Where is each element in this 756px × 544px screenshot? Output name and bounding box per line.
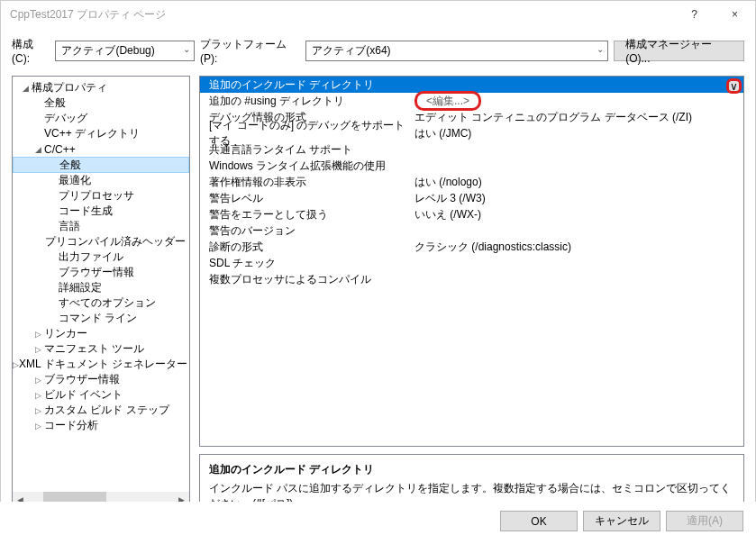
ok-button[interactable]: OK bbox=[500, 511, 578, 531]
tree-item-label: 最適化 bbox=[59, 173, 91, 188]
grid-row[interactable]: 追加の #using ディレクトリ<編集...> bbox=[200, 93, 743, 109]
tree-item-label: カスタム ビルド ステップ bbox=[44, 403, 169, 418]
tree-root[interactable]: ◢構成プロパティ bbox=[13, 80, 189, 95]
grid-row[interactable]: 警告レベルレベル 3 (/W3) bbox=[200, 190, 743, 206]
tree-item[interactable]: すべてのオプション bbox=[13, 295, 189, 311]
tree-item[interactable]: 言語 bbox=[13, 219, 189, 234]
tree-item-label: ブラウザー情報 bbox=[59, 265, 134, 280]
expander-icon: ▷ bbox=[13, 360, 19, 369]
property-name: 追加の #using ディレクトリ bbox=[200, 94, 409, 109]
platform-combo[interactable]: アクティブ(x64) ⌄ bbox=[305, 41, 608, 61]
config-value: アクティブ(Debug) bbox=[61, 43, 154, 59]
tree-item-label: XML ドキュメント ジェネレーター bbox=[19, 357, 187, 372]
tree-item[interactable]: コード生成 bbox=[13, 204, 189, 219]
tree-item[interactable]: プリプロセッサ bbox=[13, 188, 189, 204]
property-value[interactable]: クラシック (/diagnostics:classic) bbox=[409, 240, 743, 255]
chevron-down-icon: ⌄ bbox=[597, 44, 604, 54]
expander-icon: ▷ bbox=[32, 406, 44, 415]
tree-item-label: コマンド ライン bbox=[59, 311, 137, 326]
config-label: 構成(C): bbox=[12, 37, 50, 65]
tree-item[interactable]: プリコンパイル済みヘッダー bbox=[13, 234, 189, 249]
config-combo[interactable]: アクティブ(Debug) ⌄ bbox=[55, 41, 195, 61]
property-name: 警告レベル bbox=[200, 191, 409, 206]
tree-item-label: リンカー bbox=[44, 326, 87, 341]
chevron-down-icon: ⌄ bbox=[183, 44, 190, 54]
tree-item-label: ブラウザー情報 bbox=[44, 372, 120, 387]
tree-item-label: 出力ファイル bbox=[59, 249, 123, 265]
property-name: 複数プロセッサによるコンパイル bbox=[200, 272, 409, 287]
tree-item[interactable]: 詳細設定 bbox=[13, 280, 189, 295]
config-manager-button[interactable]: 構成マネージャー(O)... bbox=[614, 41, 744, 61]
cancel-button[interactable]: キャンセル bbox=[583, 511, 660, 531]
grid-row[interactable]: [マイ コードのみ] のデバッグをサポートするはい (/JMC) bbox=[200, 125, 743, 141]
tree-item-label: コード分析 bbox=[44, 418, 98, 433]
expander-icon: ▷ bbox=[32, 345, 44, 354]
tree-item-label: C/C++ bbox=[44, 143, 76, 156]
expander-icon: ◢ bbox=[20, 84, 32, 93]
property-value[interactable]: エディット コンティニュのプログラム データベース (/ZI) bbox=[409, 110, 743, 125]
tree-item[interactable]: 全般 bbox=[13, 95, 189, 111]
close-button[interactable]: × bbox=[715, 1, 755, 28]
property-value[interactable]: レベル 3 (/W3) bbox=[409, 191, 743, 206]
tree-item[interactable]: ▷リンカー bbox=[13, 326, 189, 341]
window-title: CppTest2017 プロパティ ページ bbox=[10, 7, 674, 23]
property-name: Windows ランタイム拡張機能の使用 bbox=[200, 159, 409, 174]
expander-icon: ▷ bbox=[32, 376, 44, 385]
help-button[interactable]: ? bbox=[674, 1, 715, 28]
tree-item-label: VC++ ディレクトリ bbox=[44, 126, 140, 141]
tree-item[interactable]: 出力ファイル bbox=[13, 249, 189, 265]
grid-row[interactable]: SDL チェック bbox=[200, 255, 743, 271]
tree-item[interactable]: ブラウザー情報 bbox=[13, 265, 189, 280]
tree-item-label: プリプロセッサ bbox=[59, 188, 134, 204]
tree-item[interactable]: 最適化 bbox=[13, 173, 189, 188]
description-title: 追加のインクルード ディレクトリ bbox=[209, 462, 734, 477]
dialog-footer: OK キャンセル 適用(A) bbox=[0, 502, 756, 544]
property-name: 共通言語ランタイム サポート bbox=[200, 142, 409, 158]
tree-item[interactable]: ▷マニフェスト ツール bbox=[13, 341, 189, 357]
tree[interactable]: ◢構成プロパティ全般デバッグVC++ ディレクトリ◢C/C++全般最適化プリプロ… bbox=[13, 77, 189, 492]
description-panel: 追加のインクルード ディレクトリ インクルード パスに追加するディレクトリを指定… bbox=[199, 454, 744, 508]
edit-option[interactable]: <編集...> bbox=[414, 91, 481, 111]
tree-item-label: マニフェスト ツール bbox=[44, 341, 144, 357]
property-value[interactable]: はい (/nologo) bbox=[409, 175, 743, 190]
property-name: 追加のインクルード ディレクトリ bbox=[200, 77, 409, 93]
platform-value: アクティブ(x64) bbox=[312, 43, 390, 59]
config-toolbar: 構成(C): アクティブ(Debug) ⌄ プラットフォーム(P): アクティブ… bbox=[1, 28, 755, 76]
grid-row[interactable]: Windows ランタイム拡張機能の使用 bbox=[200, 158, 743, 174]
tree-item[interactable]: VC++ ディレクトリ bbox=[13, 126, 189, 141]
tree-item[interactable]: ▷カスタム ビルド ステップ bbox=[13, 403, 189, 418]
tree-item[interactable]: コマンド ライン bbox=[13, 311, 189, 326]
grid-row[interactable]: 著作権情報の非表示はい (/nologo) bbox=[200, 174, 743, 190]
grid-row[interactable]: 診断の形式クラシック (/diagnostics:classic) bbox=[200, 239, 743, 255]
tree-item[interactable]: ◢C/C++ bbox=[13, 141, 189, 157]
property-grid: 追加のインクルード ディレクトリ追加の #using ディレクトリ<編集...>… bbox=[199, 76, 744, 447]
dropdown-button[interactable]: ∨ bbox=[726, 78, 742, 94]
platform-label: プラットフォーム(P): bbox=[200, 37, 300, 65]
property-value[interactable]: <編集...> bbox=[409, 91, 743, 111]
grid-row[interactable]: 警告のバージョン bbox=[200, 222, 743, 239]
titlebar: CppTest2017 プロパティ ページ ? × bbox=[1, 1, 755, 28]
property-value[interactable]: いいえ (/WX-) bbox=[409, 207, 743, 222]
tree-item[interactable]: ▷コード分析 bbox=[13, 418, 189, 433]
apply-button[interactable]: 適用(A) bbox=[666, 511, 743, 531]
tree-item-label: 構成プロパティ bbox=[32, 80, 107, 95]
expander-icon: ▷ bbox=[32, 330, 44, 339]
grid-row[interactable]: 複数プロセッサによるコンパイル bbox=[200, 271, 743, 287]
tree-item[interactable]: ▷ビルド イベント bbox=[13, 387, 189, 403]
expander-icon: ◢ bbox=[32, 145, 44, 154]
property-value[interactable]: はい (/JMC) bbox=[409, 126, 743, 141]
chevron-down-icon: ∨ bbox=[730, 80, 738, 93]
grid-row[interactable]: 共通言語ランタイム サポート bbox=[200, 141, 743, 158]
grid-row[interactable]: 警告をエラーとして扱ういいえ (/WX-) bbox=[200, 206, 743, 222]
tree-item[interactable]: デバッグ bbox=[13, 111, 189, 126]
tree-item-label: デバッグ bbox=[44, 111, 87, 126]
property-name: 著作権情報の非表示 bbox=[200, 175, 409, 190]
tree-item-label: 全般 bbox=[44, 95, 66, 111]
tree-item-label: コード生成 bbox=[59, 204, 113, 219]
tree-item[interactable]: ▷XML ドキュメント ジェネレーター bbox=[13, 357, 189, 372]
tree-item[interactable]: 全般 bbox=[13, 157, 189, 173]
expander-icon: ▷ bbox=[32, 422, 44, 431]
tree-item[interactable]: ▷ブラウザー情報 bbox=[13, 372, 189, 387]
property-name: SDL チェック bbox=[200, 256, 409, 271]
tree-item-label: 全般 bbox=[59, 158, 81, 173]
